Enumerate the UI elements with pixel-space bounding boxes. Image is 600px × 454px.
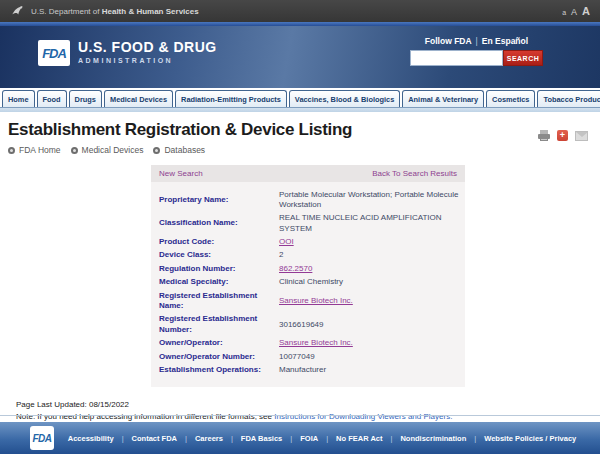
- hhs-dept-name: Health & Human Services: [102, 7, 199, 16]
- fda-banner: FDA U.S. FOOD & DRUG ADMINISTRATION Foll…: [0, 26, 600, 88]
- field-label: Registered Establishment Name:: [151, 289, 275, 313]
- font-size-large[interactable]: A: [582, 5, 590, 17]
- field-value: Clinical Chemistry: [275, 276, 465, 289]
- field-value: Manufacturer: [275, 363, 465, 376]
- hhs-top-bar: U.S. Department of Health & Human Servic…: [0, 0, 600, 22]
- device-listing-panel: New Search Back To Search Results Propri…: [151, 165, 465, 387]
- page-title: Establishment Registration & Device List…: [8, 120, 352, 140]
- header-links: Follow FDA|En Español: [410, 36, 543, 46]
- nav-tab[interactable]: Tobacco Products: [537, 90, 600, 107]
- field-value-link[interactable]: 862.2570: [279, 264, 312, 273]
- header-link-separator: |: [476, 36, 478, 46]
- footer-link[interactable]: Website Policies / Privacy: [484, 434, 576, 443]
- footer-divider: [0, 415, 600, 416]
- field-value: 10077049: [275, 350, 465, 363]
- main-navigation: HomeFoodDrugsMedical DevicesRadiation-Em…: [0, 88, 600, 107]
- font-size-small[interactable]: a: [562, 9, 566, 16]
- nav-tab[interactable]: Drugs: [69, 90, 102, 107]
- field-label: Proprietary Name:: [151, 188, 275, 212]
- search-button[interactable]: SEARCH: [503, 50, 543, 66]
- nav-tab[interactable]: Medical Devices: [104, 90, 173, 107]
- field-value: Sansure Biotech Inc.: [275, 337, 465, 350]
- header-search: SEARCH: [410, 50, 543, 66]
- fda-wordmark[interactable]: U.S. FOOD & DRUG ADMINISTRATION: [78, 39, 217, 64]
- font-size-controls: a A A: [562, 5, 590, 17]
- table-row: Classification Name: REAL TIME NUCLEIC A…: [151, 212, 465, 236]
- table-row: Proprietary Name: Portable Molecular Wor…: [151, 188, 465, 212]
- table-row: Registered Establishment Name: Sansure B…: [151, 289, 465, 313]
- field-value: 862.2570: [275, 262, 465, 275]
- field-label: Registered Establishment Number:: [151, 313, 275, 337]
- en-espanol-link[interactable]: En Español: [482, 36, 528, 46]
- hhs-eagle-icon: [10, 4, 25, 19]
- font-size-medium[interactable]: A: [571, 7, 577, 17]
- table-row: Device Class: 2: [151, 249, 465, 262]
- field-label: Device Class:: [151, 249, 275, 262]
- header-utility: Follow FDA|En Español SEARCH: [410, 36, 543, 66]
- footer-link[interactable]: Careers: [195, 434, 241, 443]
- footer-link[interactable]: Accessibility: [68, 434, 132, 443]
- footer-link[interactable]: No FEAR Act: [336, 434, 400, 443]
- print-icon[interactable]: [538, 130, 550, 141]
- field-label: Establishment Operations:: [151, 363, 275, 376]
- fda-logo-text: FDA: [42, 46, 66, 61]
- field-value: 2: [275, 249, 465, 262]
- breadcrumb-item[interactable]: Databases: [153, 145, 205, 155]
- fda-page: U.S. Department of Health & Human Servic…: [0, 0, 600, 454]
- hhs-link[interactable]: U.S. Department of Health & Human Servic…: [10, 4, 199, 19]
- search-input[interactable]: [410, 50, 503, 66]
- last-updated: Page Last Updated: 08/15/2022: [16, 399, 584, 411]
- field-label: Owner/Operator Number:: [151, 350, 275, 363]
- nav-tab[interactable]: Vaccines, Blood & Biologics: [289, 90, 400, 107]
- share-icon[interactable]: +: [557, 130, 568, 141]
- breadcrumb: FDA Home Medical Devices Databases: [8, 145, 592, 155]
- viewers-players-link[interactable]: Instructions for Downloading Viewers and…: [274, 412, 452, 421]
- fda-wordmark-line2: ADMINISTRATION: [78, 57, 217, 64]
- hhs-dept-prefix: U.S. Department of: [31, 7, 99, 16]
- fda-wordmark-line1: U.S. FOOD & DRUG: [78, 39, 217, 55]
- nav-tab[interactable]: Radiation-Emitting Products: [175, 90, 287, 107]
- footer-bar: FDA AccessibilityContact FDACareersFDA B…: [0, 422, 600, 454]
- footer-link[interactable]: FDA Basics: [241, 434, 300, 443]
- page-action-icons: +: [538, 120, 592, 141]
- field-label: Classification Name:: [151, 212, 275, 236]
- table-row: Product Code: OOI: [151, 236, 465, 249]
- nav-tab[interactable]: Animal & Veterinary: [402, 90, 484, 107]
- nav-tab[interactable]: Cosmetics: [486, 90, 535, 107]
- field-label: Regulation Number:: [151, 262, 275, 275]
- field-value-link[interactable]: OOI: [279, 237, 294, 246]
- breadcrumb-item[interactable]: Medical Devices: [71, 145, 144, 155]
- field-label: Product Code:: [151, 236, 275, 249]
- table-row: Owner/Operator Number: 10077049: [151, 350, 465, 363]
- footer-link[interactable]: Contact FDA: [132, 434, 195, 443]
- field-value: REAL TIME NUCLEIC ACID AMPLIFICATION SYS…: [275, 212, 465, 236]
- follow-fda-link[interactable]: Follow FDA: [425, 36, 472, 46]
- field-value: Portable Molecular Workstation; Portable…: [275, 188, 465, 212]
- field-value: Sansure Biotech Inc.: [275, 289, 465, 313]
- table-row: Regulation Number: 862.2570: [151, 262, 465, 275]
- back-to-search-results-link[interactable]: Back To Search Results: [372, 169, 457, 178]
- footer-fda-logo[interactable]: FDA: [30, 426, 54, 450]
- field-value: OOI: [275, 236, 465, 249]
- footer-link[interactable]: Nondiscrimination: [400, 434, 484, 443]
- field-value-link[interactable]: Sansure Biotech Inc.: [279, 338, 353, 347]
- nav-tab[interactable]: Home: [2, 90, 35, 107]
- email-icon[interactable]: [575, 131, 588, 141]
- new-search-link[interactable]: New Search: [159, 169, 203, 178]
- main-content: Establishment Registration & Device List…: [0, 112, 600, 448]
- table-row: Establishment Operations: Manufacturer: [151, 363, 465, 376]
- breadcrumb-item[interactable]: FDA Home: [8, 145, 61, 155]
- footer-link[interactable]: FOIA: [300, 434, 336, 443]
- field-value-link[interactable]: Sansure Biotech Inc.: [279, 296, 353, 305]
- field-value: 3016619649: [275, 313, 465, 337]
- field-label: Owner/Operator:: [151, 337, 275, 350]
- breadcrumb-bullet-icon: [153, 147, 160, 154]
- table-row: Owner/Operator: Sansure Biotech Inc.: [151, 337, 465, 350]
- device-detail-table: Proprietary Name: Portable Molecular Wor…: [151, 188, 465, 377]
- table-row: Registered Establishment Number: 3016619…: [151, 313, 465, 337]
- fda-logo[interactable]: FDA: [38, 40, 70, 66]
- nav-tab[interactable]: Food: [37, 90, 67, 107]
- footer-links: AccessibilityContact FDACareersFDA Basic…: [68, 434, 586, 443]
- table-row: Medical Specialty: Clinical Chemistry: [151, 276, 465, 289]
- breadcrumb-bullet-icon: [8, 147, 15, 154]
